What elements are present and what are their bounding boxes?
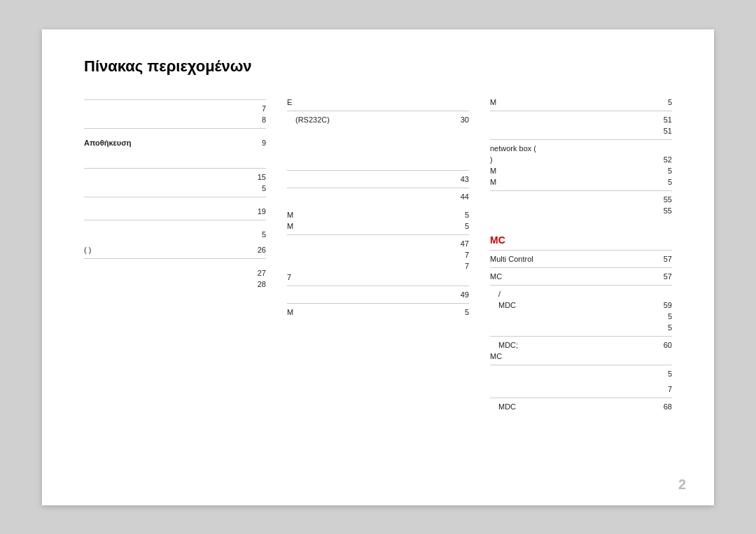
toc-row: 7: [287, 249, 469, 260]
toc-row: M 5: [490, 165, 672, 176]
toc-row: M 5: [490, 176, 672, 188]
toc-row: ) 52: [490, 154, 672, 165]
toc-row: 44: [287, 191, 469, 202]
page-number: 2: [678, 477, 686, 493]
toc-row: 19: [84, 206, 266, 217]
toc-column-1: 7 8 Αποθήκευση 9 15 5: [84, 97, 266, 412]
toc-row: 55: [490, 205, 672, 216]
toc-row: M 5: [287, 220, 469, 232]
page: Πίνακας περιεχομένων 7 8 Αποθήκευση 9: [42, 29, 714, 505]
toc-row: 7: [287, 272, 469, 283]
toc-row: MDC; 60: [490, 339, 672, 351]
toc-row: 51: [490, 125, 672, 136]
page-title: Πίνακας περιεχομένων: [84, 57, 672, 76]
toc-row: 49: [287, 289, 469, 300]
section-mc-heading: MC: [490, 234, 672, 246]
toc-row: ( ) 26: [84, 244, 266, 255]
toc-column-2: E (RS232C) 30 43 44 M 5: [287, 97, 469, 412]
toc-row: 27: [84, 267, 266, 279]
toc-row: M 5: [287, 307, 469, 318]
toc-row: 55: [490, 194, 672, 205]
toc-row: 8: [84, 114, 266, 125]
toc-row: 51: [490, 114, 672, 125]
toc-row: 43: [287, 174, 469, 185]
toc-row: 7: [287, 260, 469, 272]
toc-row: 7: [84, 103, 266, 114]
toc-row-network-box: network box (: [490, 143, 672, 154]
toc-row: MDC 68: [490, 401, 672, 412]
toc-row: 7: [490, 384, 672, 395]
toc-row: /: [490, 288, 672, 300]
toc-row-apothikeysi: Αποθήκευση 9: [84, 137, 266, 148]
toc-row: 5: [84, 229, 266, 240]
toc-row: (RS232C) 30: [287, 114, 469, 125]
toc-container: 7 8 Αποθήκευση 9 15 5: [84, 97, 672, 412]
toc-row: E: [287, 97, 469, 108]
toc-row: MC 57: [490, 271, 672, 282]
toc-row: 5: [490, 322, 672, 333]
toc-row: 5: [84, 183, 266, 194]
toc-row: Multi Control 57: [490, 253, 672, 265]
toc-row: 28: [84, 279, 266, 290]
toc-column-3: M 5 51 51 network box ( ) 52 M: [490, 97, 672, 412]
toc-row: MDC 59: [490, 300, 672, 311]
toc-row: 5: [490, 311, 672, 322]
toc-row: 15: [84, 171, 266, 183]
toc-row: 5: [490, 368, 672, 379]
toc-row: M 5: [287, 209, 469, 220]
toc-row: M 5: [490, 97, 672, 108]
toc-row: MC: [490, 351, 672, 362]
toc-row: 47: [287, 238, 469, 249]
